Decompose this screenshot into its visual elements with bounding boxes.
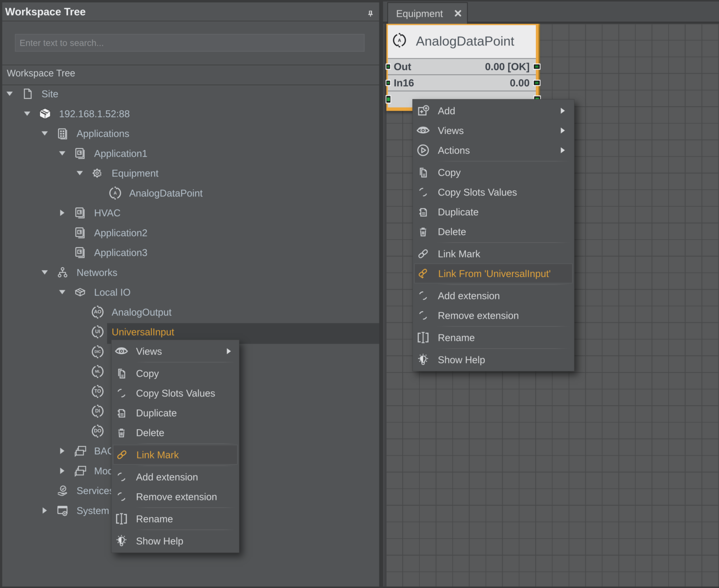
svg-text:A: A [114,190,117,195]
svg-text:ML: ML [95,369,100,373]
svg-text:TO: TO [94,388,101,394]
svg-text:A: A [398,38,401,43]
svg-text:UI: UI [95,329,100,334]
svg-text:DO: DO [94,428,101,434]
svg-text:DIC: DIC [95,350,101,354]
svg-text:DI: DI [95,408,100,414]
svg-text:AO: AO [94,309,101,314]
